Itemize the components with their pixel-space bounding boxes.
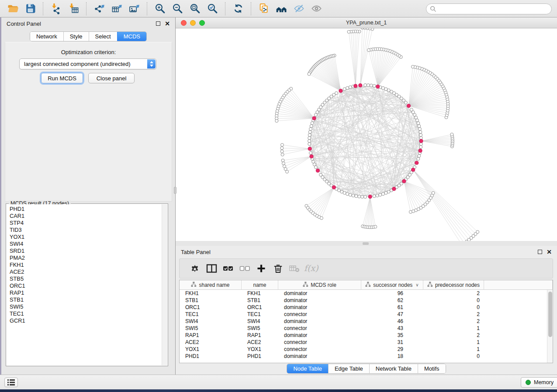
mcds-result-item[interactable]: STB5 — [10, 275, 162, 282]
settings-gear-icon[interactable] — [187, 261, 203, 276]
tab-mcds[interactable]: MCDS — [117, 32, 146, 41]
mcds-result-item[interactable]: SWI5 — [10, 303, 162, 310]
zoom-selected-icon[interactable] — [204, 2, 221, 16]
mcds-result-item[interactable]: RAP1 — [10, 289, 162, 296]
tab-edge-table[interactable]: Edge Table — [328, 364, 369, 373]
column-header-shared-name[interactable]: shared name — [180, 280, 242, 289]
table-row[interactable]: FKH1FKH1dominator962 — [180, 290, 547, 297]
search-input[interactable] — [426, 3, 552, 14]
delete-column-icon[interactable] — [270, 261, 286, 276]
split-view-icon[interactable] — [203, 261, 220, 276]
export-image-icon[interactable] — [125, 2, 143, 16]
add-column-icon[interactable] — [253, 261, 270, 276]
table-cell: connector — [278, 311, 361, 318]
copy-network-icon[interactable] — [255, 2, 273, 16]
splitter-grip-vertical-icon[interactable] — [174, 187, 176, 194]
mcds-result-item[interactable]: YOX1 — [10, 234, 162, 241]
table-cell: ACE2 — [242, 339, 278, 346]
optimization-criterion-dropdown[interactable]: largest connected component (undirected) — [19, 58, 156, 69]
control-panel-header: Control Panel ✕ — [1, 17, 175, 30]
column-header-MCDS-role[interactable]: MCDS role — [278, 280, 361, 289]
table-cell: STB1 — [242, 297, 278, 304]
table-row[interactable]: YOX1YOX1connector291 — [180, 346, 547, 353]
table-row[interactable]: TEC1TEC1connector472 — [180, 311, 547, 318]
close-panel-icon[interactable]: ✕ — [165, 21, 170, 27]
table-cell: PHD1 — [180, 353, 242, 360]
table-row[interactable]: SWI4SWI4dominator462 — [180, 318, 547, 325]
table-scrollbar-thumb[interactable] — [548, 292, 552, 337]
column-header-predecessor-nodes[interactable]: predecessor nodes — [423, 280, 484, 289]
mcds-result-item[interactable]: PMA2 — [10, 254, 162, 261]
shared-column-icon — [365, 282, 371, 289]
table-cell: 1 — [423, 339, 484, 346]
column-header-successor-nodes[interactable]: successor nodes∨ — [361, 280, 423, 289]
table-row[interactable]: PHD1PHD1dominator180 — [180, 353, 547, 360]
zoom-in-icon[interactable] — [151, 2, 169, 16]
mcds-result-item[interactable]: FKH1 — [10, 261, 162, 268]
export-network-icon[interactable] — [90, 2, 108, 16]
status-bar — [0, 375, 557, 389]
zoom-fit-icon[interactable] — [186, 2, 204, 16]
dropdown-selected-value: largest connected component (undirected) — [24, 61, 131, 67]
sort-indicator-icon: ∨ — [415, 282, 419, 287]
toolbar-group — [0, 2, 43, 15]
table-row[interactable]: SWI5SWI5connector431 — [180, 325, 547, 332]
refresh-icon[interactable] — [229, 2, 247, 16]
network-canvas-svg[interactable] — [176, 28, 557, 241]
run-mcds-button[interactable]: Run MCDS — [41, 73, 83, 83]
import-table-icon[interactable] — [65, 2, 82, 16]
tab-style[interactable]: Style — [63, 32, 89, 41]
mcds-result-item[interactable]: TEC1 — [10, 310, 162, 317]
close-panel-button[interactable]: Close panel — [88, 73, 135, 83]
float-table-panel-icon[interactable] — [538, 250, 542, 254]
hide-selected-icon[interactable] — [290, 2, 308, 16]
table-cell: RAP1 — [180, 332, 242, 339]
task-history-button[interactable] — [4, 378, 18, 387]
tab-network-table[interactable]: Network Table — [369, 364, 418, 373]
table-cell: 62 — [361, 297, 423, 304]
tab-network[interactable]: Network — [30, 32, 63, 41]
table-row[interactable]: RAP1RAP1dominator352 — [180, 332, 547, 339]
close-table-panel-icon[interactable]: ✕ — [547, 249, 552, 255]
show-all-icon[interactable] — [308, 2, 325, 16]
mcds-result-item[interactable]: ACE2 — [10, 268, 162, 275]
mcds-result-item[interactable]: SRD1 — [10, 248, 162, 254]
table-row[interactable]: ACE2ACE2connector311 — [180, 339, 547, 346]
zoom-out-icon[interactable] — [169, 2, 186, 16]
float-panel-icon[interactable] — [156, 21, 160, 26]
table-scrollbar[interactable] — [547, 290, 553, 363]
mcds-result-item[interactable]: GCR1 — [10, 317, 162, 324]
mcds-result-item[interactable]: SWI4 — [10, 241, 162, 248]
tab-motifs[interactable]: Motifs — [418, 364, 446, 373]
table-cell: 0 — [423, 304, 484, 311]
table-row[interactable]: STB1STB1dominator620 — [180, 297, 547, 304]
mcds-result-item[interactable]: STP4 — [10, 220, 162, 227]
mcds-result-item[interactable]: PHD1 — [10, 206, 162, 213]
search-icon — [430, 6, 436, 12]
mcds-list-scrollbar[interactable] — [162, 204, 167, 365]
export-table-icon[interactable] — [108, 2, 125, 16]
first-neighbors-icon[interactable] — [273, 2, 290, 16]
table-cell — [484, 311, 547, 318]
import-network-icon[interactable] — [47, 2, 65, 16]
mcds-result-list[interactable]: PHD1CAR1STP4TID3YOX1SWI4SRD1PMA2FKH1ACE2… — [7, 204, 162, 365]
table-cell: dominator — [278, 290, 361, 297]
table-cell: connector — [278, 325, 361, 332]
tab-node-table[interactable]: Node Table — [287, 364, 328, 373]
mcds-result-item[interactable]: STB1 — [10, 296, 162, 303]
table-cell: SWI5 — [242, 325, 278, 332]
select-all-icon[interactable] — [220, 261, 236, 276]
column-header-name[interactable]: name — [242, 280, 278, 289]
table-cell: TEC1 — [242, 311, 278, 318]
splitter-grip-icon[interactable] — [363, 242, 369, 245]
open-folder-icon[interactable] — [4, 2, 21, 16]
memory-button[interactable]: Memory — [521, 377, 557, 388]
mcds-result-item[interactable]: TID3 — [10, 227, 162, 234]
network-window-titlebar[interactable]: YPA_prune.txt_1 — [176, 17, 557, 28]
deselect-all-icon[interactable] — [236, 261, 253, 276]
tab-select[interactable]: Select — [89, 32, 117, 41]
mcds-result-item[interactable]: CAR1 — [10, 213, 162, 220]
mcds-result-item[interactable]: ORC1 — [10, 282, 162, 289]
save-icon[interactable] — [21, 2, 39, 16]
table-row[interactable]: ORC1ORC1dominator610 — [180, 304, 547, 311]
